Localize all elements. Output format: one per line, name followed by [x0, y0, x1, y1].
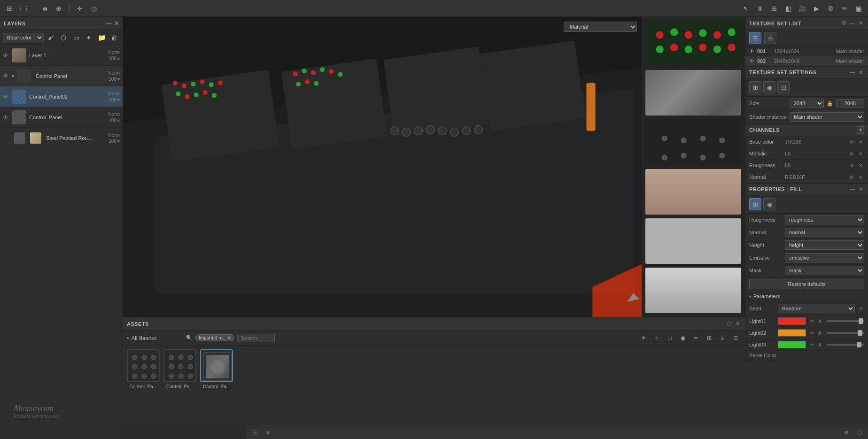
layers-close-icon[interactable]: ✕	[114, 20, 119, 27]
bottom-bar-add-icon[interactable]: ⊕	[842, 428, 851, 437]
layer-item[interactable]: 👁 Steel Painted Rou... Norm 100	[0, 128, 123, 148]
properties-close-icon[interactable]: ✕	[858, 186, 864, 193]
param-light01-slider[interactable]	[827, 320, 864, 322]
assets-icon-brush[interactable]: ✏	[690, 332, 702, 344]
layer-stamp-icon[interactable]: ⬡	[58, 32, 69, 43]
toolbar-icon-clock[interactable]: ◷	[88, 3, 100, 14]
toolbar-icon-cursor[interactable]: ↖	[740, 3, 752, 14]
param-light03-edit-icon[interactable]: ✏	[809, 341, 815, 348]
settings-size-input[interactable]	[836, 99, 864, 108]
asset-item[interactable]: Control_Pa...	[127, 349, 160, 389]
prop-normal-select[interactable]: normal	[785, 228, 864, 237]
asset-item[interactable]: Control_Pa...	[163, 349, 196, 389]
param-seed-edit-icon[interactable]: ✏	[858, 305, 864, 312]
asset-item-selected[interactable]: Control_Pa...	[200, 349, 233, 389]
texture-set-settings-icon[interactable]: ⚙	[841, 20, 847, 27]
settings-shader-select[interactable]: Main shader	[790, 112, 864, 122]
assets-close-icon[interactable]: ✕	[735, 321, 741, 327]
channel-settings-icon[interactable]: ⚙	[848, 138, 855, 146]
texture-tab-settings[interactable]: ⊙	[764, 32, 776, 44]
properties-minimize-icon[interactable]: —	[849, 186, 856, 193]
group-expand-icon[interactable]: ▸	[12, 73, 15, 79]
settings-lock-icon[interactable]: 🔒	[827, 100, 833, 107]
layer-visibility-icon[interactable]: 👁	[3, 93, 10, 100]
param-light03-color[interactable]	[778, 341, 806, 348]
param-light02-color[interactable]	[778, 329, 806, 337]
assets-icon-table[interactable]: ⊞	[704, 332, 715, 344]
restore-defaults-button[interactable]: Restore defaults	[749, 279, 864, 289]
assets-icon-list[interactable]: ≡	[717, 332, 728, 344]
layer-group-item[interactable]: 👁 ▸ Control Panel Norm 100 ▾	[0, 66, 123, 86]
layer-paint-icon[interactable]: 🖌	[46, 32, 56, 43]
assets-icon-sun[interactable]: ☀	[638, 332, 649, 344]
assets-icon-sphere[interactable]: ◉	[677, 332, 689, 344]
assets-search-input[interactable]	[237, 334, 275, 342]
texture-set-close-icon[interactable]: ✕	[858, 20, 864, 27]
properties-tab-sphere[interactable]: ◉	[763, 198, 775, 210]
viewport-shader-select[interactable]: Material PBR - Metal Roughness	[564, 22, 637, 32]
settings-size-select[interactable]: 2048 1024 4096	[790, 99, 824, 108]
toolbar-icon-layers[interactable]: ⊞	[768, 3, 780, 14]
tss-close-icon[interactable]: ✕	[858, 69, 864, 76]
properties-tab-fill[interactable]: ⊞	[749, 198, 761, 210]
layer-blend-select[interactable]: Base color	[3, 33, 44, 42]
assets-icon-grid-view[interactable]: ⊡	[730, 332, 741, 344]
channel-close-icon[interactable]: ✕	[857, 173, 864, 181]
settings-tab-texture[interactable]: ⊞	[749, 81, 761, 93]
assets-nav-label[interactable]: All libraries	[132, 335, 157, 341]
param-seed-select[interactable]: Random	[778, 304, 855, 313]
layer-visibility-icon[interactable]: 👁	[3, 73, 10, 79]
bottom-bar-layout-icon[interactable]: ⊟	[250, 428, 259, 437]
toolbar-icon-add[interactable]: ✛	[74, 3, 85, 14]
toolbar-icon-display[interactable]: ▣	[853, 3, 864, 14]
toolbar-icon-video[interactable]: ▶	[811, 3, 822, 14]
channel-settings-icon[interactable]: ⚙	[848, 162, 855, 169]
parameters-header[interactable]: ▾ Parameters	[745, 291, 868, 302]
prop-mask-select[interactable]: mask	[785, 266, 864, 275]
filter-tag[interactable]: Imported re... ✕	[195, 334, 234, 341]
bottom-bar-expand-icon[interactable]: ⬡	[855, 428, 864, 437]
toolbar-icon-center[interactable]: ⊕	[53, 3, 64, 14]
tss-minimize-icon[interactable]: —	[849, 69, 856, 76]
layer-effects-icon[interactable]: ✦	[84, 32, 94, 43]
param-light01-color[interactable]	[778, 317, 806, 325]
assets-icon-square[interactable]: □	[664, 332, 675, 344]
prop-roughness-select[interactable]: roughness	[785, 215, 864, 224]
layer-selection-icon[interactable]: ▭	[71, 32, 82, 43]
toolbar-icon-grid-small[interactable]: ⊞	[4, 3, 15, 14]
settings-tab-normal[interactable]: ⊡	[777, 81, 790, 93]
layer-visibility-icon[interactable]: 👁	[3, 52, 10, 59]
channel-close-icon[interactable]: ✕	[857, 162, 864, 169]
param-light01-edit-icon[interactable]: ✏	[809, 318, 815, 324]
channel-settings-icon[interactable]: ⚙	[848, 173, 855, 181]
layers-minimize-icon[interactable]: —	[106, 20, 112, 27]
param-light02-edit-icon[interactable]: ✏	[809, 330, 815, 336]
prop-emissive-select[interactable]: emissive	[785, 253, 864, 262]
texture-tab-list[interactable]: ☰	[749, 32, 761, 44]
prop-height-select[interactable]: height	[785, 240, 864, 250]
toolbar-icon-camera[interactable]: 🎥	[797, 3, 808, 14]
add-channel-button[interactable]: +	[857, 126, 864, 134]
layer-item[interactable]: 👁 Layer 1 Norm 100 ▾	[0, 45, 123, 66]
param-light03-slider[interactable]	[827, 344, 864, 346]
layer-item[interactable]: 👁 Control_Panel Norm 100 ▾	[0, 107, 123, 128]
toolbar-icon-skip-back[interactable]: ⏮	[39, 3, 50, 14]
texture-set-minimize-icon[interactable]: —	[849, 20, 856, 27]
texture-set-item-002[interactable]: 👁 002 2048x2048 Main shader	[745, 56, 868, 66]
layer-folder-icon[interactable]: 📁	[96, 32, 107, 43]
viewport[interactable]: Material Base Color Roughness Metallic M…	[123, 17, 745, 317]
settings-tab-sphere[interactable]: ◉	[763, 81, 775, 93]
layer-visibility-icon[interactable]: 👁	[3, 135, 10, 141]
channel-close-icon[interactable]: ✕	[857, 150, 864, 157]
toolbar-icon-layers2[interactable]: ◧	[783, 3, 794, 14]
channel-close-icon[interactable]: ✕	[857, 138, 864, 146]
layer-visibility-icon[interactable]: 👁	[3, 114, 10, 121]
toolbar-icon-grid[interactable]: ⋮⋮	[18, 3, 29, 14]
toolbar-icon-settings[interactable]: ⚙	[825, 3, 836, 14]
filter-tag-close[interactable]: ✕	[227, 335, 231, 340]
assets-icon-circle[interactable]: ○	[651, 332, 662, 344]
texture-set-eye-002[interactable]: 👁	[749, 58, 754, 64]
bottom-bar-list-icon[interactable]: ≡	[263, 428, 272, 437]
layer-selected-item[interactable]: 👁 Control_Panel02 Norm 100 ▾	[0, 86, 123, 107]
toolbar-icon-pen[interactable]: ✏	[839, 3, 850, 14]
